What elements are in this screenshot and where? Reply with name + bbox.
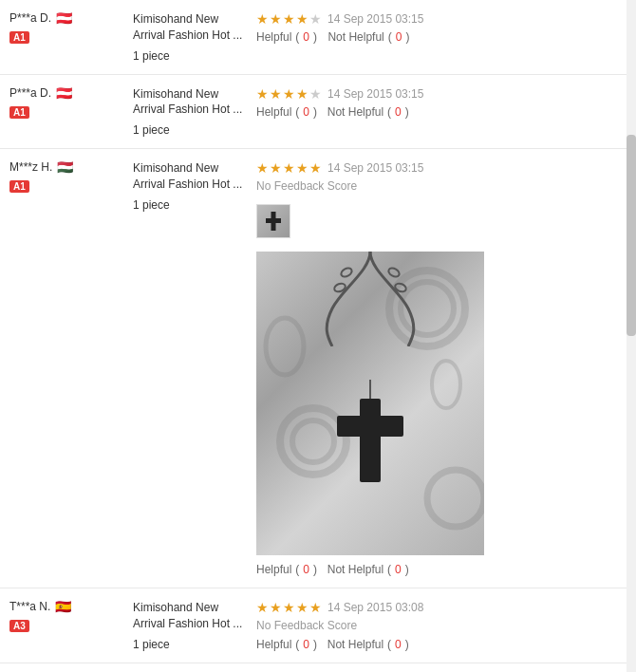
user-badge: A1: [9, 180, 29, 193]
star-1: ★: [256, 86, 269, 102]
rating-row: ★ ★ ★ ★ ★ 14 Sep 2015 03:08: [256, 600, 627, 615]
star-3: ★: [283, 600, 295, 615]
review-content: ★ ★ ★ ★ ★ 14 Sep 2015 03:15 Helpful (0) …: [256, 11, 627, 63]
helpful-close-paren: ): [313, 30, 317, 44]
star-2: ★: [270, 600, 282, 615]
user-info: P***a D. 🇦🇹 A1: [9, 11, 133, 63]
helpful-count: 0: [303, 563, 309, 576]
scrollbar[interactable]: [627, 0, 636, 672]
star-1: ★: [256, 11, 269, 27]
star-5: ★: [309, 86, 322, 102]
username-text: M***z H.: [9, 160, 52, 174]
product-name: Kimisohand New Arrival Fashion Hot ...: [133, 86, 247, 119]
review-date: 14 Sep 2015 03:15: [327, 87, 423, 101]
star-5: ★: [309, 160, 322, 176]
review-image-thumbnail[interactable]: [256, 204, 290, 238]
svg-point-9: [387, 267, 401, 279]
star-rating: ★ ★ ★ ★ ★: [256, 86, 322, 102]
rating-row: ★ ★ ★ ★ ★ 14 Sep 2015 03:15: [256, 160, 627, 176]
review-content: ★ ★ ★ ★ ★ 14 Sep 2015 03:15 No Feedback …: [256, 160, 627, 576]
helpful-row: Helpful (0) Not Helpful (0): [256, 30, 627, 44]
helpful-row: Helpful (0) Not Helpful (0): [256, 563, 627, 576]
star-2: ★: [270, 86, 282, 102]
helpful-label: Helpful: [256, 638, 291, 651]
star-3: ★: [283, 160, 295, 176]
star-rating: ★ ★ ★ ★ ★: [256, 160, 322, 176]
star-rating: ★ ★ ★ ★ ★: [256, 11, 322, 27]
rating-row: ★ ★ ★ ★ ★ 14 Sep 2015 03:15: [256, 11, 627, 27]
review-row: P***a D. 🇦🇹 A1 Kimisohand New Arrival Fa…: [0, 75, 636, 150]
user-badge: A1: [9, 106, 29, 119]
not-helpful-count: 0: [395, 638, 402, 651]
not-helpful-label: Not Helpful: [327, 105, 383, 119]
flag-icon: 🇭🇺: [57, 161, 74, 173]
review-image-large[interactable]: [256, 252, 484, 555]
user-info: M***z H. 🇭🇺 A1: [9, 160, 133, 576]
helpful-label: Helpful: [256, 563, 291, 576]
user-badge: A1: [9, 31, 29, 44]
helpful-count: 0: [303, 30, 309, 44]
reviews-list: P***a D. 🇦🇹 A1 Kimisohand New Arrival Fa…: [0, 0, 636, 672]
helpful-open-paren: (: [295, 30, 299, 44]
helpful-label: Helpful: [256, 30, 291, 44]
star-4: ★: [296, 160, 309, 176]
flag-icon: 🇦🇹: [56, 87, 73, 99]
star-2: ★: [270, 11, 282, 27]
product-name: Kimisohand New Arrival Fashion Hot ...: [133, 600, 247, 632]
review-row: P***a D. 🇦🇹 A1 Kimisohand New Arrival Fa…: [0, 0, 636, 75]
review-date: 14 Sep 2015 03:08: [327, 601, 423, 614]
product-info: Kimisohand New Arrival Fashion Hot ... 1…: [133, 160, 256, 576]
product-info: Kimisohand New Arrival Fashion Hot ... 1…: [133, 600, 256, 651]
star-1: ★: [256, 160, 269, 176]
helpful-count: 0: [303, 105, 309, 119]
not-helpful-open-paren: (: [388, 30, 392, 44]
review-content: ★ ★ ★ ★ ★ 14 Sep 2015 03:08 No Feedback …: [256, 600, 627, 651]
not-helpful-count: 0: [395, 105, 402, 119]
review-date: 14 Sep 2015 03:15: [327, 12, 423, 26]
chain: [256, 252, 484, 346]
svg-point-4: [427, 470, 484, 527]
not-helpful-label: Not Helpful: [327, 563, 383, 576]
username-text: P***a D.: [9, 86, 51, 100]
star-4: ★: [296, 11, 309, 27]
svg-point-3: [292, 420, 334, 462]
user-info: P***a D. 🇦🇹 A1: [9, 86, 133, 138]
star-2: ★: [270, 160, 282, 176]
scrollbar-thumb[interactable]: [627, 135, 636, 336]
cross-vertical: [360, 399, 381, 482]
user-badge: A3: [9, 620, 29, 632]
feedback-score: No Feedback Score: [256, 179, 627, 193]
flag-icon: 🇪🇸: [55, 601, 72, 612]
helpful-label: Helpful: [256, 105, 291, 119]
product-name: Kimisohand New Arrival Fashion Hot ...: [133, 11, 247, 44]
username: M***z H. 🇭🇺: [9, 160, 133, 174]
review-row: M***z H. 🇭🇺 A1 Kimisohand New Arrival Fa…: [0, 149, 636, 588]
not-helpful-count: 0: [396, 30, 402, 44]
product-info: Kimisohand New Arrival Fashion Hot ... 1…: [133, 86, 256, 138]
star-5: ★: [309, 11, 322, 27]
user-info: T***a N. 🇪🇸 A3: [9, 600, 133, 651]
star-4: ★: [296, 86, 309, 102]
quantity: 1 piece: [133, 198, 247, 212]
review-row: T***a N. 🇪🇸 A3 Kimisohand New Arrival Fa…: [0, 588, 636, 663]
product-name: Kimisohand New Arrival Fashion Hot ...: [133, 160, 247, 193]
quantity: 1 piece: [133, 638, 247, 651]
review-date: 14 Sep 2015 03:15: [327, 161, 423, 175]
helpful-count: 0: [303, 638, 309, 651]
not-helpful-count: 0: [395, 563, 402, 576]
star-5: ★: [309, 600, 322, 615]
not-helpful-label: Not Helpful: [327, 638, 383, 651]
not-helpful-label: Not Helpful: [327, 30, 383, 44]
review-content: ★ ★ ★ ★ ★ 14 Sep 2015 03:15 Helpful (0) …: [256, 86, 627, 138]
helpful-row: Helpful (0) Not Helpful (0): [256, 638, 627, 651]
helpful-row: Helpful (0) Not Helpful (0): [256, 105, 627, 119]
svg-point-6: [432, 361, 460, 408]
username-text: P***a D.: [9, 11, 51, 25]
rating-row: ★ ★ ★ ★ ★ 14 Sep 2015 03:15: [256, 86, 627, 102]
star-4: ★: [296, 600, 309, 615]
username: T***a N. 🇪🇸: [9, 600, 133, 613]
star-3: ★: [283, 86, 295, 102]
svg-point-7: [340, 267, 353, 279]
feedback-score: No Feedback Score: [256, 619, 627, 632]
quantity: 1 piece: [133, 123, 247, 137]
